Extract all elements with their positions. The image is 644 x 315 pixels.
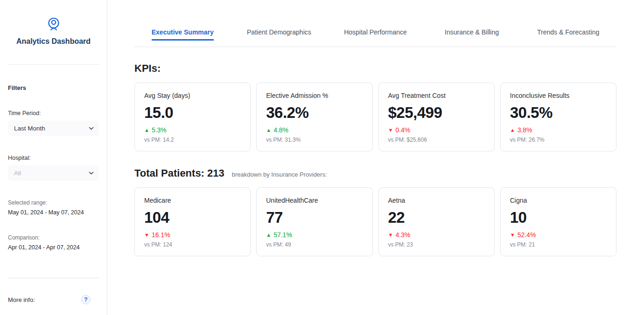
logo-icon [46,17,61,32]
more-info-row: More info: ? [8,295,99,304]
metric-value: 15.0 [144,104,241,122]
kpi-card-grid: Avg Stay (days) 15.0 ▲ 5.3% vs PM: 14.2 … [134,82,616,151]
kpi-heading: KPIs: [134,62,616,75]
delta-down-icon: ▼ [144,233,149,238]
metric-label: Inconclusive Results [510,92,607,99]
hospital-value: All [14,170,21,177]
delta-value: 4.3% [395,231,410,239]
comparison-label: Comparison: [8,234,99,241]
patients-subheading: breakdown by Insurance Providers: [232,171,327,178]
main-content: Executive Summary Patient Demographics H… [107,0,644,315]
delta-down-icon: ▼ [510,233,515,238]
selected-range-value: May 01, 2024 - May 07, 2024 [8,209,99,216]
delta-value: 57.1% [273,231,292,239]
metric-label: Avg Stay (days) [144,92,241,99]
chevron-down-icon [88,125,94,131]
chevron-down-icon [88,170,94,176]
insurance-card-medicare: Medicare 104 ▼ 16.1% vs PM: 124 [134,187,251,256]
metric-value: 30.5% [510,104,607,122]
time-period-select[interactable]: Last Month [8,121,99,136]
insurance-card-grid: Medicare 104 ▼ 16.1% vs PM: 124 UnitedHe… [134,187,616,256]
tab-bar: Executive Summary Patient Demographics H… [134,22,616,47]
patients-heading: Total Patients: 213 [134,167,224,179]
delta-value: 4.8% [273,126,288,134]
delta-up-icon: ▲ [144,128,149,133]
comparison-value: Apr 01, 2024 - Apr 07, 2024 [8,244,99,251]
app-root: Analytics Dashboard Filters Time Period:… [0,0,644,315]
patients-heading-row: Total Patients: 213 breakdown by Insuran… [134,167,616,179]
insurance-card-aetna: Aetna 22 ▼ 4.3% vs PM: 23 [378,187,495,256]
delta-value: 3.8% [518,126,532,134]
metric-value: 77 [266,209,363,226]
delta-up-icon: ▲ [266,128,271,133]
help-button[interactable]: ? [81,295,91,304]
kpi-card-avg-stay: Avg Stay (days) 15.0 ▲ 5.3% vs PM: 14.2 [134,82,251,151]
selected-range-label: Selected range: [8,199,99,206]
metric-value: 10 [510,209,607,226]
insurance-card-cigna: Cigna 10 ▼ 52.4% vs PM: 21 [500,187,616,256]
metric-caption: vs PM: 49 [266,241,363,248]
tab-label: Executive Summary [152,28,214,41]
metric-label: Medicare [144,197,241,204]
metric-caption: vs PM: 26.7% [510,137,607,143]
metric-value: 104 [144,209,241,226]
tab-label: Trends & Forecasting [537,28,599,41]
metric-label: Elective Admission % [266,92,363,99]
sidebar-divider-bottom [8,278,99,278]
metric-delta: ▲ 5.3% [144,126,241,134]
metric-caption: vs PM: 14.2 [144,137,241,143]
delta-value: 16.1% [152,231,170,239]
tab-patient-demographics[interactable]: Patient Demographics [231,22,328,47]
metric-label: UnitedHealthCare [266,197,363,204]
kpi-card-avg-treatment-cost: Avg Treatment Cost $25,499 ▼ 0.4% vs PM:… [378,82,495,151]
delta-value: 52.4% [518,231,536,239]
metric-caption: vs PM: 23 [388,241,485,248]
metric-value: $25,499 [388,104,485,122]
tab-hospital-performance[interactable]: Hospital Performance [327,22,424,47]
metric-delta: ▼ 4.3% [388,231,485,239]
more-info-label: More info: [8,296,35,303]
delta-down-icon: ▼ [388,233,393,238]
metric-delta: ▼ 16.1% [144,231,241,239]
metric-label: Cigna [510,197,607,204]
metric-value: 22 [388,209,485,226]
time-period-label: Time Period: [8,110,99,116]
delta-value: 0.4% [395,126,410,134]
sidebar: Analytics Dashboard Filters Time Period:… [0,0,107,315]
metric-delta: ▲ 4.8% [266,126,363,134]
delta-down-icon: ▼ [388,128,393,133]
time-period-value: Last Month [14,125,45,132]
metric-delta: ▲ 57.1% [266,231,363,239]
metric-delta: ▲ 3.8% [510,126,607,134]
delta-up-icon: ▲ [266,233,271,238]
metric-caption: vs PM: $25,606 [388,137,485,143]
insurance-card-unitedhealthcare: UnitedHealthCare 77 ▲ 57.1% vs PM: 49 [256,187,372,256]
tab-executive-summary[interactable]: Executive Summary [134,22,231,47]
delta-value: 5.3% [152,126,167,134]
sidebar-divider-top [8,64,99,65]
metric-value: 36.2% [266,104,363,122]
metric-label: Aetna [388,197,485,204]
tab-insurance-billing[interactable]: Insurance & Billing [424,22,520,47]
hospital-select[interactable]: All [8,165,99,181]
metric-delta: ▼ 52.4% [510,231,607,239]
kpi-card-elective-admission: Elective Admission % 36.2% ▲ 4.8% vs PM:… [256,82,372,151]
tab-label: Hospital Performance [344,28,407,41]
filters-label: Filters [8,84,99,91]
tab-label: Insurance & Billing [445,28,499,41]
hospital-label: Hospital: [8,155,99,161]
kpi-card-inconclusive-results: Inconclusive Results 30.5% ▲ 3.8% vs PM:… [500,82,616,151]
metric-caption: vs PM: 124 [144,241,241,248]
metric-delta: ▼ 0.4% [388,126,485,134]
delta-up-icon: ▲ [510,128,515,133]
question-mark-icon: ? [84,297,87,302]
metric-label: Avg Treatment Cost [388,92,485,99]
logo-block: Analytics Dashboard [8,17,99,46]
app-title: Analytics Dashboard [8,37,99,46]
metric-caption: vs PM: 21 [510,241,607,248]
tab-label: Patient Demographics [247,28,311,41]
metric-caption: vs PM: 31.3% [266,137,363,143]
tab-trends-forecasting[interactable]: Trends & Forecasting [520,22,616,47]
